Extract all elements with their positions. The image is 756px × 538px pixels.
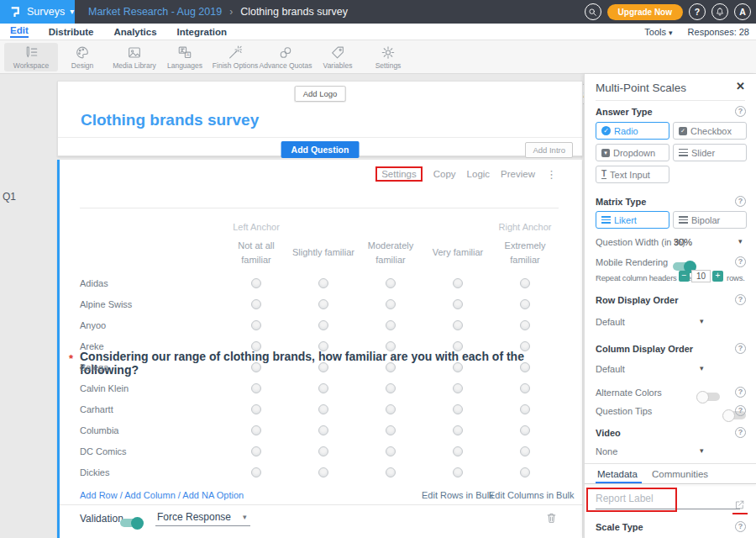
help-icon[interactable]: ? bbox=[735, 294, 746, 305]
help-icon[interactable]: ? bbox=[735, 196, 746, 207]
radio-button[interactable] bbox=[386, 404, 396, 414]
alternate-colors-toggle[interactable] bbox=[698, 393, 720, 401]
question-width-value[interactable]: 30% bbox=[674, 237, 692, 247]
survey-title[interactable]: Clothing brands survey bbox=[81, 111, 259, 129]
radio-button[interactable] bbox=[251, 278, 261, 288]
toolbar-item-languages[interactable]: A Languages bbox=[158, 43, 212, 71]
matrix-type-bipolar[interactable]: Bipolar bbox=[673, 211, 747, 229]
radio-button[interactable] bbox=[251, 383, 261, 393]
question-copy-link[interactable]: Copy bbox=[433, 169, 456, 179]
add-logo-button[interactable]: Add Logo bbox=[295, 86, 346, 102]
question-settings-link[interactable]: Settings bbox=[375, 166, 423, 182]
toolbar-item-advance-quotas[interactable]: Advance Quotas bbox=[259, 43, 312, 71]
help-icon[interactable]: ? bbox=[735, 427, 746, 438]
radio-button[interactable] bbox=[386, 341, 396, 351]
row-label[interactable]: Columbia bbox=[80, 425, 223, 435]
row-label[interactable]: Dickies bbox=[80, 467, 223, 477]
answer-type-radio[interactable]: ✓ Radio bbox=[596, 122, 669, 140]
help-icon[interactable]: ? bbox=[735, 405, 746, 416]
chevron-down-icon[interactable]: ▾ bbox=[700, 446, 704, 455]
open-editor-button[interactable] bbox=[734, 498, 745, 514]
radio-button[interactable] bbox=[386, 320, 396, 330]
radio-button[interactable] bbox=[453, 320, 463, 330]
validation-toggle[interactable] bbox=[120, 519, 142, 527]
row-label[interactable]: Adidas bbox=[80, 278, 223, 288]
chevron-down-icon[interactable]: ▾ bbox=[738, 237, 743, 245]
repeat-headers-value[interactable]: 10 bbox=[691, 270, 711, 282]
radio-button[interactable] bbox=[520, 341, 530, 351]
radio-button[interactable] bbox=[251, 299, 261, 309]
row-label[interactable]: Balega bbox=[80, 362, 223, 372]
chevron-down-icon[interactable]: ▾ bbox=[700, 364, 704, 372]
radio-button[interactable] bbox=[520, 404, 530, 414]
help-button[interactable]: ? bbox=[689, 3, 706, 20]
row-label[interactable]: DC Comics bbox=[80, 446, 223, 456]
add-column-link[interactable]: Add Column bbox=[124, 490, 176, 500]
close-icon[interactable]: ✕ bbox=[736, 80, 745, 92]
validation-type-dropdown[interactable]: Force Response ▾ bbox=[155, 511, 250, 526]
upgrade-now-button[interactable]: Upgrade Now bbox=[607, 4, 683, 20]
report-label-input[interactable] bbox=[596, 493, 740, 509]
radio-button[interactable] bbox=[318, 362, 328, 372]
brand-menu[interactable]: Surveys ▾ bbox=[0, 0, 75, 24]
help-icon[interactable]: ? bbox=[735, 387, 746, 398]
answer-type-text-input[interactable]: T Text Input bbox=[596, 166, 669, 183]
row-display-order-value[interactable]: Default bbox=[596, 317, 625, 327]
radio-button[interactable] bbox=[318, 404, 328, 414]
radio-button[interactable] bbox=[453, 446, 463, 456]
plus-stepper-button[interactable]: + bbox=[712, 271, 723, 282]
toolbar-item-media-library[interactable]: Media Library bbox=[108, 43, 161, 71]
radio-button[interactable] bbox=[318, 383, 328, 393]
tab-communities[interactable]: Communities bbox=[652, 469, 708, 479]
radio-button[interactable] bbox=[453, 404, 463, 414]
help-icon[interactable]: ? bbox=[735, 343, 746, 354]
radio-button[interactable] bbox=[520, 425, 530, 435]
row-label[interactable]: Anyoo bbox=[80, 320, 223, 330]
nav-item-analytics[interactable]: Analytics bbox=[113, 27, 156, 37]
toolbar-item-variables[interactable]: Variables bbox=[311, 43, 365, 71]
toolbar-item-workspace[interactable]: Workspace bbox=[4, 43, 58, 71]
radio-button[interactable] bbox=[453, 341, 463, 351]
radio-button[interactable] bbox=[453, 278, 463, 288]
question-logic-link[interactable]: Logic bbox=[467, 169, 491, 179]
responses-count[interactable]: Responses: 28 bbox=[688, 27, 749, 37]
radio-button[interactable] bbox=[318, 278, 328, 288]
radio-button[interactable] bbox=[453, 299, 463, 309]
add-row-link[interactable]: Add Row bbox=[80, 490, 118, 500]
radio-button[interactable] bbox=[318, 467, 328, 477]
edit-columns-bulk-link[interactable]: Edit Columns in Bulk bbox=[489, 490, 575, 500]
radio-button[interactable] bbox=[318, 446, 328, 456]
radio-button[interactable] bbox=[453, 362, 463, 372]
radio-button[interactable] bbox=[386, 278, 396, 288]
radio-button[interactable] bbox=[520, 446, 530, 456]
radio-button[interactable] bbox=[251, 446, 261, 456]
radio-button[interactable] bbox=[520, 383, 530, 393]
breadcrumb-folder[interactable]: Market Research - Aug 2019 bbox=[88, 6, 222, 18]
radio-button[interactable] bbox=[251, 404, 261, 414]
matrix-type-likert[interactable]: Likert bbox=[596, 211, 669, 229]
radio-button[interactable] bbox=[386, 467, 396, 477]
radio-button[interactable] bbox=[318, 341, 328, 351]
radio-button[interactable] bbox=[251, 320, 261, 330]
edit-rows-bulk-link[interactable]: Edit Rows in Bulk bbox=[422, 490, 494, 500]
toolbar-item-finish-options[interactable]: Finish Options bbox=[208, 43, 262, 71]
radio-button[interactable] bbox=[386, 383, 396, 393]
radio-button[interactable] bbox=[251, 467, 261, 477]
radio-button[interactable] bbox=[386, 362, 396, 372]
search-button[interactable] bbox=[585, 3, 601, 20]
answer-type-dropdown[interactable]: ▾ Dropdown bbox=[596, 144, 669, 161]
add-question-button[interactable]: Add Question bbox=[281, 141, 360, 158]
more-options-icon[interactable]: ⋮ bbox=[546, 168, 557, 181]
video-value[interactable]: None bbox=[596, 446, 617, 456]
radio-button[interactable] bbox=[386, 425, 396, 435]
radio-button[interactable] bbox=[318, 425, 328, 435]
radio-button[interactable] bbox=[251, 362, 261, 372]
radio-button[interactable] bbox=[453, 383, 463, 393]
toolbar-item-design[interactable]: Design bbox=[55, 43, 109, 71]
radio-button[interactable] bbox=[520, 278, 530, 288]
question-preview-link[interactable]: Preview bbox=[501, 169, 535, 179]
row-label[interactable]: Alpine Swiss bbox=[80, 299, 223, 309]
tools-menu[interactable]: Tools ▾ bbox=[644, 27, 672, 37]
row-label[interactable]: Areke bbox=[80, 341, 223, 351]
nav-item-integration[interactable]: Integration bbox=[177, 27, 227, 37]
